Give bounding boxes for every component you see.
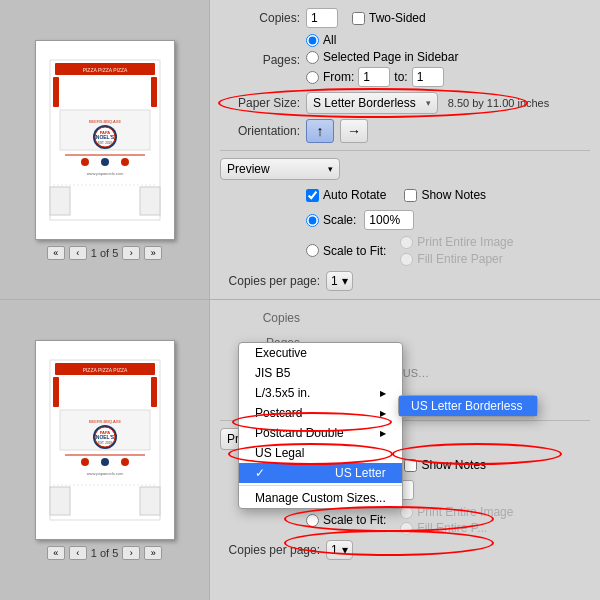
nav-last-button[interactable]: »	[144, 246, 162, 260]
menu-item-us-letter-checkmark: ✓	[255, 466, 265, 480]
landscape-button[interactable]: →	[340, 119, 368, 143]
show-notes-checkbox[interactable]	[404, 189, 417, 202]
menu-item-postcard-arrow-icon: ▶	[380, 409, 386, 418]
bottom-nav-first-button[interactable]: «	[47, 546, 65, 560]
paper-size-select[interactable]: S Letter Borderless ▾	[306, 92, 438, 114]
to-input[interactable]	[412, 67, 444, 87]
bottom-page-nav: « ‹ 1 of 5 › »	[47, 546, 163, 560]
portrait-button[interactable]: ↑	[306, 119, 334, 143]
paper-size-label: Paper Size:	[220, 96, 300, 110]
copies-per-page-row: Copies per page: 1 ▾	[220, 271, 590, 291]
svg-rect-4	[151, 77, 157, 107]
selected-page-radio[interactable]	[306, 51, 319, 64]
menu-item-postcard-label: Postcard	[255, 406, 302, 420]
scale-radio[interactable]	[306, 214, 319, 227]
orientation-label: Orientation:	[220, 124, 300, 138]
menu-item-postcard-double[interactable]: Postcard Double ▶	[239, 423, 402, 443]
bottom-nav-last-button[interactable]: »	[144, 546, 162, 560]
print-entire-radio[interactable]	[400, 236, 413, 249]
svg-rect-23	[53, 377, 59, 407]
menu-item-postcard[interactable]: Postcard ▶	[239, 403, 402, 423]
bottom-doc-preview: PIZZA PIZZA PIZZA BEERS.BBQ.AXE PAPA NOE…	[35, 340, 175, 540]
scale-to-fit-label: Scale to Fit:	[323, 244, 386, 258]
fill-entire-radio[interactable]	[400, 253, 413, 266]
print-entire-label: Print Entire Image	[417, 235, 513, 249]
bottom-nav-prev-button[interactable]: ‹	[69, 546, 87, 560]
menu-item-us-letter[interactable]: ✓ US Letter	[239, 463, 402, 483]
bottom-copies-per-page-arrow-icon: ▾	[342, 543, 348, 557]
bottom-copies-per-page-select[interactable]: 1 ▾	[326, 540, 353, 560]
svg-point-35	[121, 458, 129, 466]
menu-item-l35x5[interactable]: L/3.5x5 in. ▶	[239, 383, 402, 403]
bottom-copies-per-page-value: 1	[331, 543, 338, 557]
bottom-show-notes-row: Show Notes	[404, 458, 486, 472]
copies-per-page-select[interactable]: 1 ▾	[326, 271, 353, 291]
preview-arrow-icon: ▾	[328, 164, 333, 174]
nav-first-button[interactable]: «	[47, 246, 65, 260]
bottom-pizza-box-image: PIZZA PIZZA PIZZA BEERS.BBQ.AXE PAPA NOE…	[45, 355, 165, 525]
copies-row: Copies: Two-Sided	[220, 8, 590, 28]
scale-to-fit-radio[interactable]	[306, 244, 319, 257]
orientation-row: Orientation: ↑ →	[220, 119, 590, 143]
menu-item-l35x5-label: L/3.5x5 in.	[255, 386, 310, 400]
two-sided-checkbox[interactable]	[352, 12, 365, 25]
menu-item-executive-label: Executive	[255, 346, 307, 360]
svg-text:BEERS.BBQ.AXE: BEERS.BBQ.AXE	[88, 419, 121, 424]
bottom-fill-entire-radio[interactable]	[400, 522, 413, 535]
paper-dims: 8.50 by 11.00 inches	[448, 97, 550, 109]
scale-row: Scale:	[220, 210, 590, 230]
from-input[interactable]	[358, 67, 390, 87]
menu-item-us-legal-label: US Legal	[255, 446, 304, 460]
copies-per-page-value: 1	[331, 274, 338, 288]
menu-item-jis-b5-label: JIS B5	[255, 366, 290, 380]
submenu-item-us-letter-borderless-label: US Letter Borderless	[411, 399, 522, 413]
fill-entire-row: Fill Entire Paper	[400, 252, 513, 266]
bottom-nav-next-button[interactable]: ›	[122, 546, 140, 560]
auto-rotate-row: Auto Rotate Show Notes	[220, 185, 590, 205]
all-radio-row: All	[306, 33, 458, 47]
top-page-nav: « ‹ 1 of 5 › »	[47, 246, 163, 260]
selected-page-radio-row: Selected Page in Sidebar	[306, 50, 458, 64]
copies-input[interactable]	[306, 8, 338, 28]
svg-text:PIZZA PIZZA PIZZA: PIZZA PIZZA PIZZA	[82, 367, 127, 373]
preview-label: Preview	[227, 162, 270, 176]
svg-text:PIZZA PIZZA PIZZA: PIZZA PIZZA PIZZA	[82, 67, 127, 73]
bottom-scale-to-fit-label: Scale to Fit:	[323, 513, 386, 527]
bottom-copies-per-page-label: Copies per page:	[220, 543, 320, 557]
show-notes-label: Show Notes	[421, 188, 486, 202]
bottom-show-notes-checkbox[interactable]	[404, 459, 417, 472]
scale-label: Scale:	[323, 213, 356, 227]
menu-item-us-legal[interactable]: US Legal	[239, 443, 402, 463]
auto-rotate-checkbox[interactable]	[306, 189, 319, 202]
submenu-item-us-letter-borderless[interactable]: US Letter Borderless	[399, 396, 537, 416]
paper-size-submenu: US Letter Borderless	[398, 395, 538, 417]
svg-rect-38	[50, 487, 70, 515]
menu-item-executive[interactable]: Executive	[239, 343, 402, 363]
bottom-show-notes-label: Show Notes	[421, 458, 486, 472]
portrait-icon: ↑	[317, 123, 324, 139]
all-radio[interactable]	[306, 34, 319, 47]
scale-input[interactable]	[364, 210, 414, 230]
from-radio[interactable]	[306, 71, 319, 84]
menu-item-l35x5-arrow-icon: ▶	[380, 389, 386, 398]
svg-point-13	[81, 158, 89, 166]
nav-prev-button[interactable]: ‹	[69, 246, 87, 260]
preview-select[interactable]: Preview ▾	[220, 158, 340, 180]
menu-item-jis-b5[interactable]: JIS B5	[239, 363, 402, 383]
bottom-scale-to-fit-row: Scale to Fit: Print Entire Image Fill En…	[220, 505, 590, 535]
svg-point-34	[101, 458, 109, 466]
page-info: 1 of 5	[91, 247, 119, 259]
scale-radio-row: Scale:	[306, 210, 414, 230]
bottom-print-entire-row: Print Entire Image	[400, 505, 513, 519]
nav-next-button[interactable]: ›	[122, 246, 140, 260]
bottom-print-entire-radio[interactable]	[400, 506, 413, 519]
menu-item-manage-custom[interactable]: Manage Custom Sizes...	[239, 488, 402, 508]
pizza-box-image: PIZZA PIZZA PIZZA BEERS.BBQ.AXE PAPA NOE…	[45, 55, 165, 225]
bottom-scale-to-fit-radio[interactable]	[306, 514, 319, 527]
svg-point-15	[121, 158, 129, 166]
pages-label: Pages:	[220, 53, 300, 67]
bottom-print-entire-label: Print Entire Image	[417, 505, 513, 519]
copies-label: Copies:	[220, 11, 300, 25]
bottom-copies-row: Copies	[220, 308, 590, 328]
svg-text:www.papanoels.com: www.papanoels.com	[86, 471, 123, 476]
